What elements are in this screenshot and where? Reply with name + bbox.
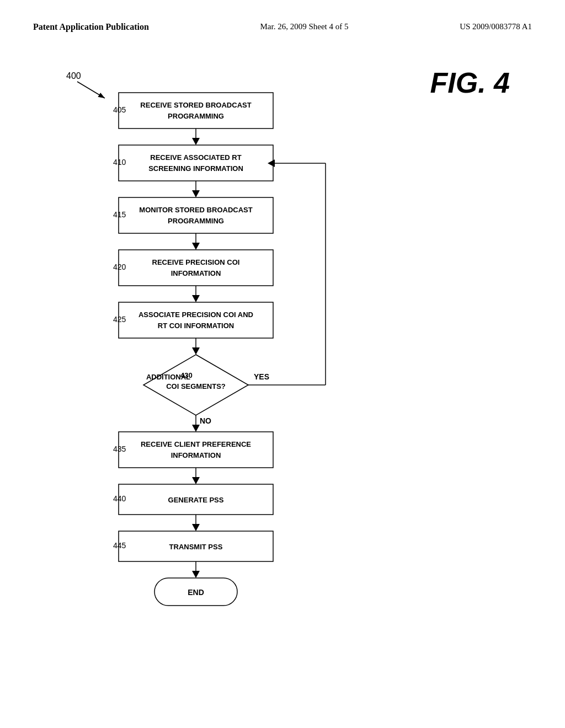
box-410 (119, 145, 273, 181)
text-430-line2: COI SEGMENTS? (166, 382, 226, 390)
text-end: END (188, 588, 204, 597)
text-435-line2: INFORMATION (171, 451, 221, 459)
text-435-line1: RECEIVE CLIENT PREFERENCE (141, 440, 251, 448)
label-445: 445 (113, 541, 126, 550)
text-405-line2: PROGRAMMING (168, 112, 224, 120)
text-410-line1: RECEIVE ASSOCIATED RT (150, 153, 241, 162)
arrowhead-435-440 (192, 477, 200, 484)
box-420 (119, 250, 273, 286)
step-400-label: 400 (66, 71, 81, 81)
date-sheet-label: Mar. 26, 2009 Sheet 4 of 5 (260, 22, 348, 31)
label-420: 420 (113, 263, 126, 271)
text-420-line1: RECEIVE PRECISION COI (152, 258, 240, 266)
text-415-line2: PROGRAMMING (168, 217, 224, 225)
label-410: 410 (113, 158, 126, 167)
label-440: 440 (113, 494, 126, 503)
arrowhead-405-410 (192, 138, 200, 145)
box-425 (119, 302, 273, 338)
yes-label: YES (254, 372, 269, 381)
arrowhead-no (192, 425, 200, 432)
text-425-line2: RT COI INFORMATION (158, 322, 234, 330)
box-435 (119, 432, 273, 468)
text-415-line1: MONITOR STORED BROADCAST (139, 206, 252, 214)
arrowhead-410-415 (192, 190, 200, 197)
label-415: 415 (113, 210, 126, 219)
text-445: TRANSMIT PSS (169, 543, 223, 551)
text-410-line2: SCREENING INFORMATION (148, 164, 243, 173)
box-415 (119, 197, 273, 233)
arrowhead-440-445 (192, 524, 200, 531)
label-425: 425 (113, 315, 126, 324)
label-arrow (77, 82, 105, 98)
arrowhead-425-430 (192, 347, 200, 355)
text-425-line1: ASSOCIATE PRECISION COI AND (138, 311, 253, 319)
flowchart-diagram: 400 405 RECEIVE STORED BROADCAST PROGRAM… (33, 49, 419, 683)
patent-number-label: US 2009/0083778 A1 (460, 22, 532, 31)
text-440: GENERATE PSS (168, 496, 224, 504)
label-405: 405 (113, 105, 126, 114)
no-label: NO (200, 416, 211, 425)
figure-title: FIG. 4 (430, 66, 510, 99)
arrowhead-420-425 (192, 295, 200, 302)
arrowhead-415-420 (192, 243, 200, 250)
label-435: 435 (113, 445, 126, 453)
text-420-line2: INFORMATION (171, 269, 221, 277)
box-405 (119, 93, 273, 129)
text-405-line1: RECEIVE STORED BROADCAST (140, 101, 251, 109)
publication-label: Patent Application Publication (33, 22, 149, 32)
arrowhead-445-end (192, 571, 200, 578)
text-430-line1: ADDITIONAL (146, 373, 190, 381)
